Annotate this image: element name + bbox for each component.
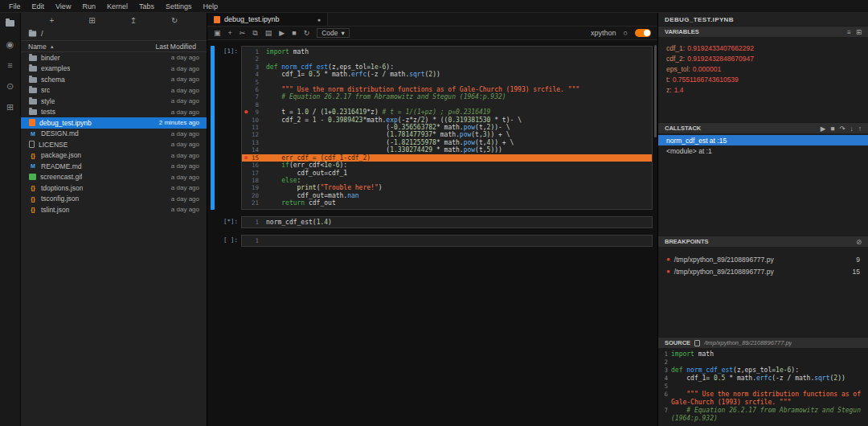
sort-ascending-icon[interactable]: ▲ — [50, 44, 55, 49]
copy-cell-button[interactable]: ⧉ — [252, 29, 257, 38]
line-gutter[interactable]: 1 — [242, 237, 263, 244]
tree-view-button[interactable]: ≡ — [847, 28, 851, 36]
menu-tabs[interactable]: Tabs — [133, 2, 160, 10]
file-item-src[interactable]: srca day ago — [21, 85, 207, 96]
breakpoints-section-header[interactable]: BREAKPOINTS ⊘ — [658, 236, 868, 247]
line-gutter[interactable]: 13 — [242, 139, 263, 146]
code-cell-2[interactable]: [*]:1norm_cdf_est(1.4) — [211, 216, 653, 228]
file-item-debug_test.ipynb[interactable]: debug_test.ipynb2 minutes ago — [21, 117, 207, 129]
file-item-DESIGN.md[interactable]: MDESIGN.mda day ago — [21, 129, 207, 140]
line-gutter[interactable]: 1 — [242, 219, 263, 226]
line-gutter[interactable]: 4 — [658, 375, 671, 383]
callstack-frame[interactable]: norm_cdf_est at :15 — [658, 135, 868, 145]
file-browser-icon[interactable] — [6, 19, 14, 28]
extension-manager-icon[interactable]: ⊞ — [6, 103, 14, 112]
run-button[interactable]: ▶ — [279, 29, 285, 38]
upload-button[interactable]: ↥ — [130, 16, 137, 25]
line-gutter[interactable]: 20 — [242, 192, 263, 199]
line-gutter[interactable]: 4 — [242, 71, 263, 78]
line-gutter[interactable]: 1 — [658, 350, 671, 358]
line-gutter[interactable]: 14 — [242, 146, 263, 154]
paste-cell-button[interactable]: ▤ — [265, 29, 272, 38]
breadcrumb-root[interactable]: / — [41, 30, 43, 38]
line-gutter[interactable]: 12 — [242, 131, 263, 138]
menu-kernel[interactable]: Kernel — [101, 2, 133, 10]
cell-collapser[interactable] — [211, 235, 215, 247]
line-gutter[interactable]: 1 — [242, 48, 263, 55]
breakpoint-item[interactable]: ●/tmp/xpython_89/2108896777.py15 — [658, 265, 868, 277]
cell-editor[interactable]: 1import math2 3def norm_cdf_est(z,eps_to… — [241, 46, 653, 210]
file-item-style[interactable]: stylea day ago — [21, 96, 207, 107]
code-cell-3[interactable]: [ ]:1 — [211, 235, 653, 247]
tab-modified-indicator[interactable]: ● — [317, 17, 321, 23]
restart-button[interactable]: ↻ — [304, 29, 310, 38]
running-sessions-icon[interactable]: ◉ — [6, 40, 14, 49]
file-item-binder[interactable]: bindera day ago — [21, 52, 207, 63]
variable-row-z[interactable]: z:1.4 — [658, 86, 868, 96]
cell-collapser[interactable] — [211, 216, 215, 228]
line-gutter[interactable]: 8 — [242, 101, 263, 109]
line-gutter[interactable]: 16 — [242, 162, 263, 169]
menu-help[interactable]: Help — [197, 2, 223, 10]
line-gutter[interactable]: 2 — [658, 358, 671, 367]
line-gutter[interactable]: 7 — [242, 93, 263, 100]
callstack-section-header[interactable]: CALLSTACK ▶■↷↓↑ — [658, 122, 868, 133]
file-item-LICENSE[interactable]: LICENSEa day ago — [21, 139, 207, 150]
line-gutter[interactable]: 6 — [242, 86, 263, 93]
file-item-tsconfig.json[interactable]: {}tsconfig.jsona day ago — [21, 194, 207, 205]
step-in-button[interactable]: ↓ — [850, 125, 854, 133]
variables-section-header[interactable]: VARIABLES ≡⊞ — [658, 26, 868, 37]
remove-all-breakpoints-button[interactable]: ⊘ — [856, 238, 862, 246]
line-gutter[interactable]: ●9 — [242, 109, 263, 116]
menu-view[interactable]: View — [50, 2, 76, 10]
notebook-scrollbar[interactable] — [654, 45, 657, 137]
add-cell-button[interactable]: + — [228, 29, 232, 38]
file-item-tests[interactable]: testsa day ago — [21, 107, 207, 118]
variable-row-t[interactable]: t:0.7551166743610539 — [658, 76, 868, 86]
file-item-tdoptions.json[interactable]: {}tdoptions.jsona day ago — [21, 182, 207, 194]
file-item-schema[interactable]: schemaa day ago — [21, 74, 207, 85]
file-item-examples[interactable]: examplesa day ago — [21, 63, 207, 75]
line-gutter[interactable]: 5 — [242, 79, 263, 86]
continue-button[interactable]: ▶ — [821, 125, 826, 133]
line-gutter[interactable]: 5 — [658, 383, 671, 391]
line-gutter[interactable]: 21 — [242, 199, 263, 207]
step-out-button[interactable]: ↑ — [858, 125, 862, 133]
step-over-button[interactable]: ↷ — [839, 125, 845, 133]
file-item-tslint.json[interactable]: {}tslint.jsona day ago — [21, 204, 207, 215]
line-gutter[interactable]: 3 — [242, 63, 263, 71]
variable-row-cdf_2[interactable]: cdf_2:0.9192432848670947 — [658, 55, 868, 65]
column-last-modified[interactable]: Last Modified — [155, 43, 199, 51]
line-gutter[interactable]: 17 — [242, 170, 263, 177]
menu-edit[interactable]: Edit — [27, 2, 51, 10]
terminate-button[interactable]: ■ — [830, 125, 834, 133]
column-name[interactable]: Name — [28, 43, 47, 51]
variable-row-eps_tol[interactable]: eps_tol:0.000001 — [658, 65, 868, 76]
menu-run[interactable]: Run — [76, 2, 101, 10]
new-folder-button[interactable]: ⊞ — [88, 16, 95, 25]
line-gutter[interactable]: 6 — [658, 391, 671, 407]
property-inspector-icon[interactable]: ⊙ — [6, 82, 14, 91]
line-gutter[interactable]: ●15 — [242, 154, 263, 162]
cell-editor[interactable]: 1norm_cdf_est(1.4) — [241, 216, 653, 228]
callstack-frame[interactable]: <module> at :1 — [658, 145, 868, 156]
command-palette-icon[interactable]: ≡ — [7, 61, 12, 70]
line-gutter[interactable]: 11 — [242, 124, 263, 131]
code-cell-1[interactable]: [1]:1import math2 3def norm_cdf_est(z,ep… — [211, 46, 653, 210]
menu-settings[interactable]: Settings — [160, 2, 198, 10]
cell-collapser[interactable] — [211, 46, 215, 210]
file-item-README.md[interactable]: MREADME.mda day ago — [21, 161, 207, 172]
debugger-toggle[interactable] — [635, 29, 651, 37]
interrupt-button[interactable]: ■ — [292, 29, 296, 38]
refresh-button[interactable]: ↻ — [171, 16, 178, 25]
cell-editor[interactable]: 1 — [241, 235, 653, 247]
line-gutter[interactable]: 3 — [658, 367, 671, 375]
file-item-package.json[interactable]: {}package.jsona day ago — [21, 150, 207, 162]
file-item-screencast.gif[interactable]: screencast.gifa day ago — [21, 172, 207, 183]
new-launcher-button[interactable]: + — [49, 16, 54, 25]
breakpoint-item[interactable]: ●/tmp/xpython_89/2108896777.py9 — [658, 253, 868, 265]
breadcrumb[interactable]: / — [21, 27, 207, 40]
tab-debug-test-ipynb[interactable]: debug_test.ipynb ● — [207, 13, 328, 26]
table-view-button[interactable]: ⊞ — [856, 28, 862, 36]
source-section-header[interactable]: SOURCE /tmp/xpython_89/2108896777.py — [658, 337, 868, 348]
